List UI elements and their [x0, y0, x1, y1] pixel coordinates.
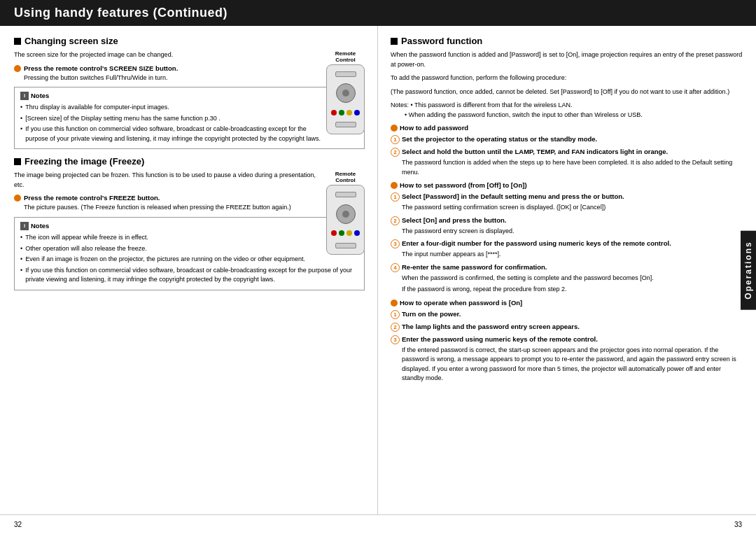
- freeze-press-sub: The picture pauses. (The Freeze function…: [24, 203, 365, 213]
- freeze-notes-title: i Notes: [20, 221, 321, 231]
- remote-img-1: [326, 64, 365, 134]
- page-title: Using handy features (Continued): [14, 6, 227, 20]
- remote-bottom-btn: [335, 122, 356, 127]
- operations-tab: Operations: [741, 230, 756, 309]
- remote-red-btn: [331, 110, 337, 115]
- changing-intro: The screen size for the projected image …: [14, 50, 365, 60]
- orange-circle-icon-2: [14, 195, 21, 202]
- page-number-right: 33: [734, 521, 742, 528]
- password-intro-3: (The password function, once added, cann…: [391, 87, 743, 97]
- freeze-notes-box: i Notes • The icon will appear while fre…: [14, 217, 365, 290]
- remote-yellow-btn: [346, 110, 352, 115]
- orange-circle-icon-3: [391, 125, 398, 132]
- screen-size-press-header: Press the remote control's SCREEN SIZE b…: [14, 64, 321, 72]
- remote-green-btn-2: [339, 230, 344, 236]
- freezing-intro: The image being projected can be frozen.…: [14, 171, 365, 190]
- black-square-icon-3: [391, 38, 398, 45]
- remote-control-image-2: RemoteControl: [326, 171, 365, 255]
- freeze-note-3: • Even if an image is frozen on the proj…: [20, 255, 321, 265]
- remote-label-2: RemoteControl: [326, 171, 365, 183]
- remote-img-2: [326, 185, 365, 255]
- set-step-4-sub1: When the password is confirmed, the sett…: [402, 274, 743, 283]
- note-item-3: • If you use this function on commercial…: [20, 125, 321, 143]
- freeze-note-2: • Other operation will also release the …: [20, 244, 321, 254]
- step-circle-4b: 4: [391, 263, 400, 272]
- set-step-3: 3 Enter a four-digit number for the pass…: [391, 239, 743, 248]
- notes-icon-1: i: [20, 92, 29, 100]
- step-circle-2: 2: [391, 148, 400, 157]
- set-step-2: 2 Select [On] and press the button.: [391, 216, 743, 225]
- add-step-2-sub: The password function is added when the …: [402, 158, 743, 177]
- content-area: Changing screen size RemoteControl: [0, 26, 756, 514]
- remote-top-btn-2: [335, 192, 356, 197]
- page-number-left: 32: [14, 521, 22, 528]
- add-step-2: 2 Select and hold the button until the L…: [391, 148, 743, 157]
- remote-nav-ring: [336, 83, 356, 103]
- step-circle-C: 3: [391, 335, 400, 344]
- how-to-set-header: How to set password (from [Off] to [On]): [391, 181, 743, 189]
- notes-icon-2: i: [20, 222, 29, 230]
- remote-top-btn: [335, 71, 356, 77]
- note-item-1: • Thru display is available for computer…: [20, 103, 321, 113]
- screen-size-press-sub: Pressing the button switches Full/Thru/W…: [24, 73, 365, 83]
- remote-blue-btn: [354, 110, 360, 115]
- freezing-section: Freezing the image (Freeze) RemoteContro…: [14, 156, 365, 290]
- set-step-2-sub: The password entry screen is displayed.: [402, 227, 743, 237]
- note-item-2: • [Screen size] of the Display setting m…: [20, 114, 321, 124]
- left-column: Changing screen size RemoteControl: [0, 26, 378, 514]
- op-step-2: 2 The lamp lights and the password entry…: [391, 323, 743, 332]
- orange-circle-icon-4: [391, 182, 398, 189]
- orange-circle-icon-5: [391, 300, 398, 307]
- set-step-4-sub2: If the password is wrong, repeat the pro…: [402, 285, 743, 295]
- freeze-press-header: Press the remote control's FREEZE button…: [14, 194, 321, 202]
- changing-screen-size-title: Changing screen size: [14, 36, 365, 46]
- black-square-icon-2: [14, 158, 21, 165]
- set-step-1: 1 Select [Password] in the Default setti…: [391, 192, 743, 202]
- remote-color-btns-2: [331, 230, 360, 236]
- set-step-3-sub: The input number appears as [****].: [402, 250, 743, 260]
- screen-size-notes-title: i Notes: [20, 91, 321, 101]
- remote-nav-center-2: [342, 211, 349, 218]
- add-step-1: 1 Set the projector to the operating sta…: [391, 135, 743, 144]
- remote-control-image-1: RemoteControl: [326, 50, 365, 134]
- step-circle-B: 2: [391, 323, 400, 332]
- screen-size-notes-box: i Notes • Thru display is available for …: [14, 87, 365, 149]
- password-intro-4: Notes: • This password is different from…: [391, 101, 743, 120]
- remote-bottom-btn-2: [335, 243, 356, 248]
- password-section: Password function When the password func…: [391, 36, 743, 384]
- right-column: Password function When the password func…: [378, 26, 756, 514]
- how-to-operate-header: How to operate when password is [On]: [391, 299, 743, 307]
- remote-nav-center: [342, 90, 349, 97]
- page-numbers: 32 33: [0, 514, 756, 534]
- freezing-title: Freezing the image (Freeze): [14, 156, 365, 167]
- remote-blue-btn-2: [354, 230, 360, 236]
- step-circle-A: 1: [391, 310, 400, 319]
- remote-red-btn-2: [331, 230, 337, 236]
- freeze-note-4: • If you use this function on commercial…: [20, 266, 358, 285]
- set-step-1-sub: The password setting confirmation screen…: [402, 203, 743, 213]
- password-title: Password function: [391, 36, 743, 46]
- how-to-add-header: How to add password: [391, 124, 743, 132]
- op-step-1: 1 Turn on the power.: [391, 310, 743, 319]
- page: Using handy features (Continued) Changin…: [0, 0, 756, 534]
- op-step-3-sub: If the entered password is correct, the …: [402, 346, 743, 384]
- remote-nav-ring-2: [336, 204, 356, 224]
- freeze-note-1: • The icon will appear while freeze is i…: [20, 233, 321, 243]
- step-circle-2b: 2: [391, 216, 400, 225]
- remote-green-btn: [339, 110, 344, 115]
- remote-color-btns: [331, 110, 360, 115]
- remote-yellow-btn-2: [346, 230, 352, 236]
- set-step-4: 4 Re-enter the same password for confirm…: [391, 263, 743, 272]
- step-circle-1b: 1: [391, 192, 400, 202]
- remote-label-1: RemoteControl: [326, 50, 365, 63]
- page-header: Using handy features (Continued): [0, 0, 756, 26]
- black-square-icon: [14, 38, 21, 45]
- password-intro-1: When the password function is added and …: [391, 50, 743, 69]
- step-circle-1: 1: [391, 135, 400, 144]
- changing-screen-size-section: Changing screen size RemoteControl: [14, 36, 365, 149]
- orange-circle-icon-1: [14, 65, 21, 72]
- op-step-3: 3 Enter the password using numeric keys …: [391, 335, 743, 344]
- password-intro-2: To add the password function, perform th…: [391, 73, 743, 83]
- step-circle-3b: 3: [391, 239, 400, 248]
